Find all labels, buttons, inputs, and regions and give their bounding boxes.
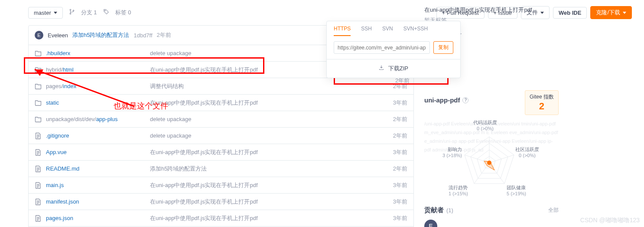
folder-icon xyxy=(35,83,42,90)
svg-point-1 xyxy=(70,13,71,14)
contributors-heading: 贡献者 (1) xyxy=(424,206,453,214)
file-name[interactable]: unpackage/dist/dev/app-plus xyxy=(46,116,150,122)
clone-tabs: HTTPS SSH SVN SVN+SSH xyxy=(327,21,460,36)
file-name[interactable]: main.js xyxy=(46,182,150,188)
file-name[interactable]: .hbuilderx xyxy=(46,50,150,56)
radar-activity-value: 0 (>0%) xyxy=(473,125,497,132)
file-commit-msg[interactable]: 在uni-app中使用pdf.js实现在手机上打开pdf xyxy=(150,198,381,206)
radar-trend-label: 流行趋势 xyxy=(449,184,468,191)
svg-point-14 xyxy=(487,161,491,165)
file-row[interactable]: unpackage/dist/dev/app-plusdelete upacka… xyxy=(29,111,413,128)
radar-team-value: 5 (>19%) xyxy=(507,191,526,197)
file-commit-msg[interactable]: 在uni-app中使用pdf.js实现在手机上打开pdf xyxy=(150,181,381,189)
branch-icon xyxy=(69,9,75,16)
file-commit-msg[interactable]: 在uni-app中使用pdf.js实现在手机上打开pdf xyxy=(150,99,381,107)
file-icon xyxy=(35,132,42,139)
branch-selector[interactable]: master xyxy=(28,7,63,19)
branch-meta: 分支 1 标签 0 xyxy=(69,9,131,16)
file-commit-msg[interactable]: delete upackage xyxy=(150,116,381,122)
file-row[interactable]: manifest.json在uni-app中使用pdf.js实现在手机上打开pd… xyxy=(29,194,413,210)
radar-trend-value: 1 (>15%) xyxy=(449,191,468,197)
caret-down-icon xyxy=(623,12,626,14)
download-icon xyxy=(379,65,386,72)
commit-hash[interactable]: 1dbd7ff xyxy=(133,32,152,39)
file-commit-msg[interactable]: delete upackage xyxy=(150,132,381,139)
tag-icon xyxy=(103,9,109,16)
file-time: 3年前 xyxy=(381,181,407,189)
svg-point-2 xyxy=(73,10,74,11)
commit-time: 2年前 xyxy=(157,31,171,39)
file-row[interactable]: static在uni-app中使用pdf.js实现在手机上打开pdf3年前 xyxy=(29,95,413,111)
file-time: 2年前 xyxy=(381,115,407,123)
repo-description: 在uni-app中使用pdf.js实现在手机上打开pdf xyxy=(424,6,559,14)
file-time: 3年前 xyxy=(381,148,407,156)
project-title: uni-app-pdf ? xyxy=(424,96,525,104)
download-zip-label: 下载ZIP xyxy=(388,65,408,72)
file-time: 3年前 xyxy=(381,198,407,206)
commit-message[interactable]: 添加h5跨域的配置方法 xyxy=(72,31,129,39)
help-icon[interactable]: ? xyxy=(462,97,468,103)
svg-point-3 xyxy=(104,10,105,11)
file-name[interactable]: pages/index xyxy=(46,83,150,89)
contributor-avatar[interactable]: E xyxy=(424,220,437,227)
clone-url-input[interactable] xyxy=(334,41,430,54)
clone-label: 克隆/下载 xyxy=(596,9,620,16)
commit-author[interactable]: Eveleen xyxy=(48,32,68,39)
radar-community-label: 社区活跃度 xyxy=(515,146,539,152)
file-commit-msg[interactable]: 在uni-app中使用pdf.js实现在手机上打开pdf xyxy=(150,148,381,156)
contributors-count: (1) xyxy=(446,207,453,214)
radar-influence-value: 3 (>18%) xyxy=(442,152,462,158)
file-row[interactable]: .gitignoredelete upackage2年前 xyxy=(29,128,413,144)
download-zip-button[interactable]: 下载ZIP xyxy=(327,59,460,78)
clone-download-button[interactable]: 克隆/下载 xyxy=(590,6,632,19)
contributors-all-link[interactable]: 全部 xyxy=(548,207,559,214)
file-name[interactable]: hybrid/html xyxy=(46,66,150,73)
branch-name: master xyxy=(34,10,51,16)
file-row[interactable]: pages/index调整代码结构2年前 xyxy=(29,78,413,95)
gitee-index-badge[interactable]: Gitee 指数 2 xyxy=(525,90,559,115)
branches-count[interactable]: 分支 1 xyxy=(81,9,97,16)
caret-down-icon xyxy=(54,12,57,14)
file-name[interactable]: pages.json xyxy=(46,215,150,221)
file-time: 3年前 xyxy=(381,214,407,222)
radar-chart: /uni-app-pdf Eveleen/uni-app-pdf Eveleen… xyxy=(424,119,559,202)
file-name[interactable]: static xyxy=(46,99,150,106)
tab-https[interactable]: HTTPS xyxy=(334,26,351,36)
clone-download-panel: HTTPS SSH SVN SVN+SSH 复制 下载ZIP xyxy=(326,21,461,78)
radar-activity-label: 代码活跃度 xyxy=(473,119,497,125)
folder-icon xyxy=(35,99,42,106)
folder-icon xyxy=(35,116,42,123)
tab-svn-ssh[interactable]: SVN+SSH xyxy=(403,26,428,36)
gitee-index-label: Gitee 指数 xyxy=(530,93,554,101)
file-row[interactable]: pages.json在uni-app中使用pdf.js实现在手机上打开pdf3年… xyxy=(29,210,413,227)
file-time: 2年前 xyxy=(381,132,407,140)
file-name[interactable]: manifest.json xyxy=(46,198,150,205)
file-commit-msg[interactable]: 在uni-app中使用pdf.js实现在手机上打开pdf xyxy=(150,214,381,222)
tags-count[interactable]: 标签 0 xyxy=(115,9,131,16)
file-time: 3年前 xyxy=(381,99,407,107)
file-name[interactable]: App.vue xyxy=(46,149,150,155)
file-row[interactable]: main.js在uni-app中使用pdf.js实现在手机上打开pdf3年前 xyxy=(29,177,413,194)
file-icon xyxy=(35,182,42,189)
file-name[interactable]: README.md xyxy=(46,165,150,172)
copy-button[interactable]: 复制 xyxy=(433,41,453,54)
file-icon xyxy=(35,165,42,172)
tab-ssh[interactable]: SSH xyxy=(361,26,372,36)
folder-icon xyxy=(35,66,42,73)
watermark: CSDN @嘟噜嘟噜123 xyxy=(580,217,640,224)
file-row[interactable]: App.vue在uni-app中使用pdf.js实现在手机上打开pdf3年前 xyxy=(29,144,413,161)
gitee-index-value: 2 xyxy=(530,101,554,112)
radar-community-value: 0 (>0%) xyxy=(515,152,539,158)
file-row[interactable]: README.md添加h5跨域的配置方法2年前 xyxy=(29,161,413,177)
avatar[interactable]: E xyxy=(35,31,43,39)
file-icon xyxy=(35,215,42,222)
folder-icon xyxy=(35,50,42,57)
file-commit-msg[interactable]: 添加h5跨域的配置方法 xyxy=(150,165,381,173)
file-time: 2年前 xyxy=(381,165,407,173)
radar-team-label: 团队健康 xyxy=(507,184,526,191)
file-icon xyxy=(35,198,42,205)
radar-influence-label: 影响力 xyxy=(442,146,462,152)
tab-svn[interactable]: SVN xyxy=(382,26,393,36)
file-commit-msg[interactable]: 调整代码结构 xyxy=(150,82,381,90)
file-name[interactable]: .gitignore xyxy=(46,132,150,139)
